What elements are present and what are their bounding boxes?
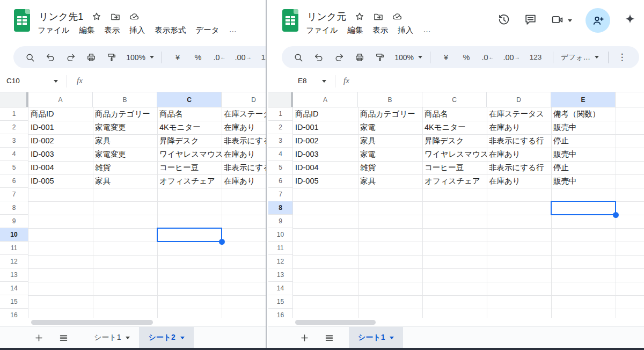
all-sheets-button[interactable] bbox=[54, 327, 72, 348]
row-header-12[interactable]: 12 bbox=[0, 255, 28, 268]
sheet-tab-chevron-icon[interactable] bbox=[126, 337, 130, 339]
column-header-D[interactable]: D bbox=[222, 92, 266, 107]
menu-item[interactable]: データ bbox=[195, 25, 219, 35]
row-header-15[interactable]: 15 bbox=[0, 295, 28, 309]
document-title[interactable]: リンク先1 bbox=[39, 10, 83, 23]
cell-E2[interactable]: 販売中 bbox=[551, 121, 616, 134]
cell-C6[interactable]: オフィスチェア bbox=[422, 174, 487, 188]
cell-A2[interactable]: ID-001 bbox=[28, 121, 93, 134]
cell-E5[interactable]: 停止 bbox=[551, 161, 616, 174]
cell-E4[interactable]: 販売中 bbox=[551, 148, 616, 161]
cell-C1[interactable]: 商品名 bbox=[422, 107, 487, 121]
name-box-chevron-icon[interactable] bbox=[322, 80, 326, 83]
menu-item[interactable]: 表示形式 bbox=[155, 25, 186, 35]
row-header-6[interactable]: 6 bbox=[268, 174, 293, 188]
version-history-icon[interactable] bbox=[497, 13, 510, 28]
row-header-9[interactable]: 9 bbox=[0, 215, 28, 228]
row-header-16[interactable]: 16 bbox=[0, 309, 28, 318]
cell-D4[interactable]: 在庫あり bbox=[222, 148, 266, 161]
cell-D1[interactable]: 在庫ステータス bbox=[222, 107, 266, 121]
cell-D1[interactable]: 在庫ステータス bbox=[487, 107, 551, 121]
sheet-tab-シート1[interactable]: シート1 bbox=[85, 327, 139, 348]
cell-A1[interactable]: 商品ID bbox=[293, 107, 358, 121]
cell-C3[interactable]: 昇降デスク bbox=[157, 134, 222, 148]
cell-A6[interactable]: ID-005 bbox=[28, 174, 93, 188]
cell-C4[interactable]: ワイヤレスマウス bbox=[422, 148, 487, 161]
name-box[interactable]: C10 bbox=[6, 77, 20, 85]
row-header-7[interactable]: 7 bbox=[0, 188, 28, 201]
cell-D5[interactable]: 非表示にする行 bbox=[487, 161, 551, 174]
selection-box[interactable] bbox=[551, 201, 616, 215]
cell-E6[interactable]: 販売中 bbox=[551, 174, 616, 188]
column-header-E[interactable]: E bbox=[551, 92, 616, 107]
cell-D4[interactable]: 在庫あり bbox=[487, 148, 551, 161]
row-header-14[interactable]: 14 bbox=[0, 282, 28, 295]
column-header-C[interactable]: C bbox=[422, 92, 487, 107]
sheet-tab-chevron-icon[interactable] bbox=[390, 337, 394, 339]
style-select[interactable]: デフォ… bbox=[559, 49, 603, 65]
document-title[interactable]: リンク元 bbox=[307, 10, 346, 23]
row-header-10[interactable]: 10 bbox=[268, 228, 293, 242]
zoom-select[interactable]: 100% bbox=[392, 49, 425, 65]
increase-decimal-button[interactable]: .00→ bbox=[231, 49, 255, 65]
cell-A3[interactable]: ID-002 bbox=[293, 134, 358, 148]
undo-icon[interactable] bbox=[40, 49, 61, 65]
add-sheet-button[interactable] bbox=[295, 327, 313, 348]
cell-B4[interactable]: 家電変更 bbox=[93, 148, 157, 161]
sheet-tab-シート1[interactable]: シート1 bbox=[349, 327, 403, 348]
column-header-B[interactable]: B bbox=[358, 92, 422, 107]
gemini-sparkle-icon[interactable] bbox=[624, 13, 636, 28]
sheet-tab-chevron-icon[interactable] bbox=[180, 337, 185, 339]
menu-item[interactable]: ファイル bbox=[38, 25, 69, 35]
paint-format-icon[interactable] bbox=[101, 49, 122, 65]
more-formats-button[interactable]: 123 bbox=[524, 49, 547, 65]
cell-B2[interactable]: 家電変更 bbox=[93, 121, 157, 134]
format-currency-button[interactable]: ¥ bbox=[436, 49, 456, 65]
grid-corner[interactable] bbox=[268, 92, 293, 107]
menu-item[interactable]: 編集 bbox=[347, 25, 363, 35]
comments-icon[interactable] bbox=[524, 13, 537, 28]
format-percent-button[interactable]: % bbox=[456, 49, 477, 65]
row-header-5[interactable]: 5 bbox=[0, 161, 28, 174]
move-to-folder-icon[interactable] bbox=[110, 11, 121, 22]
row-header-2[interactable]: 2 bbox=[0, 121, 28, 134]
redo-icon[interactable] bbox=[329, 49, 349, 65]
search-icon[interactable] bbox=[288, 49, 309, 65]
column-header-A[interactable]: A bbox=[28, 92, 93, 107]
sheets-logo-icon[interactable] bbox=[282, 9, 298, 32]
row-header-3[interactable]: 3 bbox=[0, 134, 28, 148]
cell-A2[interactable]: ID-001 bbox=[293, 121, 358, 134]
row-header-15[interactable]: 15 bbox=[268, 295, 293, 309]
row-header-1[interactable]: 1 bbox=[0, 107, 28, 121]
row-header-2[interactable]: 2 bbox=[268, 121, 293, 134]
row-header-4[interactable]: 4 bbox=[268, 148, 293, 161]
cell-B1[interactable]: 商品カテゴリー bbox=[358, 107, 422, 121]
sheet-tab-シート2[interactable]: シート2 bbox=[139, 327, 193, 348]
row-header-9[interactable]: 9 bbox=[268, 215, 293, 228]
cell-C5[interactable]: コーヒー豆 bbox=[422, 161, 487, 174]
meet-video-button[interactable] bbox=[551, 13, 572, 28]
cell-C5[interactable]: コーヒー豆 bbox=[157, 161, 222, 174]
column-header-A[interactable]: A bbox=[293, 92, 358, 107]
row-header-13[interactable]: 13 bbox=[0, 268, 28, 282]
cell-E1[interactable]: 備考（関数） bbox=[551, 107, 616, 121]
grid-corner[interactable] bbox=[0, 92, 28, 107]
cell-B3[interactable]: 家具 bbox=[93, 134, 157, 148]
format-percent-button[interactable]: % bbox=[188, 49, 208, 65]
share-button[interactable] bbox=[586, 8, 610, 33]
cell-B6[interactable]: 家具 bbox=[93, 174, 157, 188]
decrease-decimal-button[interactable]: .0← bbox=[208, 49, 231, 65]
hscroll-thumb[interactable] bbox=[31, 320, 153, 325]
cell-C2[interactable]: 4Kモニター bbox=[422, 121, 487, 134]
more-formats-button[interactable]: 123 bbox=[255, 49, 266, 65]
menu-item[interactable]: … bbox=[229, 25, 237, 35]
cell-D2[interactable]: 在庫あり bbox=[487, 121, 551, 134]
menu-item[interactable]: 表示 bbox=[104, 25, 120, 35]
menu-item[interactable]: 表示 bbox=[372, 25, 388, 35]
cell-E3[interactable]: 停止 bbox=[551, 134, 616, 148]
fill-handle[interactable] bbox=[613, 212, 619, 218]
cell-A3[interactable]: ID-002 bbox=[28, 134, 93, 148]
all-sheets-button[interactable] bbox=[320, 327, 338, 348]
cell-D3[interactable]: 非表示にする行 bbox=[222, 134, 266, 148]
undo-icon[interactable] bbox=[309, 49, 329, 65]
